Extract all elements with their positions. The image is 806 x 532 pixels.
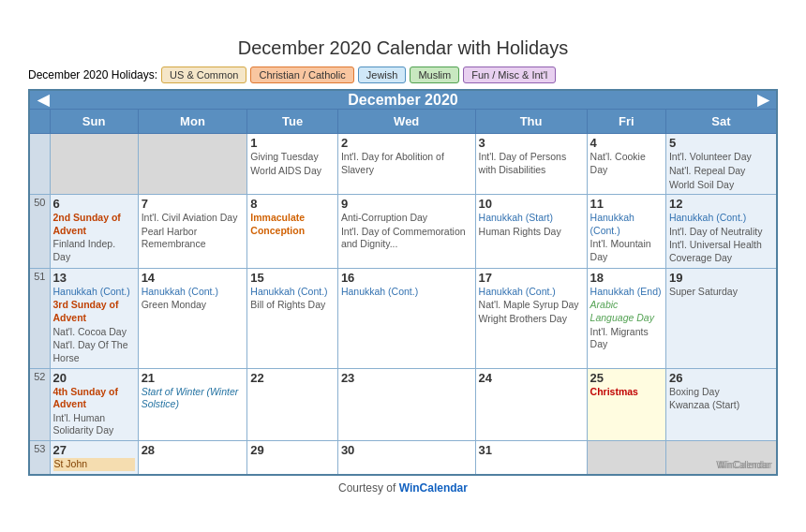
day-cell-14: 14 Hanukkah (Cont.) Green Monday: [138, 268, 247, 368]
day-cell-9: 9 Anti-Corruption Day Int'l. Day of Comm…: [337, 195, 475, 269]
week-num-header: [29, 110, 50, 134]
day-cell-1: 1 Giving Tuesday World AIDS Day: [247, 134, 338, 195]
day-cell-12: 12 Hanukkah (Cont.) Int'l. Day of Neutra…: [665, 195, 777, 269]
day-cell-8: 8 Immaculate Conception: [247, 195, 338, 269]
week-53: 53: [29, 441, 50, 475]
next-month-button[interactable]: ▶: [750, 91, 776, 109]
day-cell-27: 27 St John: [50, 441, 138, 475]
day-cell-26: 26 Boxing Day Kwanzaa (Start): [665, 368, 777, 441]
page-title: December 2020 Calendar with Holidays: [28, 37, 778, 59]
day-cell-20: 20 4th Sunday of Advent Int'l. Human Sol…: [50, 368, 138, 441]
day-cell-28: 28: [138, 441, 247, 475]
week-52: 52: [29, 368, 50, 441]
day-cell-11: 11 Hanukkah (Cont.) Int'l. Mountain Day: [587, 195, 665, 269]
wincalendar-link[interactable]: WinCalendar: [399, 481, 468, 495]
day-cell-24: 24: [475, 368, 587, 441]
day-cell-15: 15 Hanukkah (Cont.) Bill of Rights Day: [247, 268, 338, 368]
day-cell-6: 6 2nd Sunday of Advent Finland Indep. Da…: [50, 195, 138, 269]
prev-month-button[interactable]: ◀: [30, 91, 56, 109]
week-51: 51: [29, 268, 50, 368]
badge-christian[interactable]: Christian / Catholic: [250, 66, 353, 83]
calendar-header: ◀ December 2020 ▶: [30, 91, 776, 109]
day-cell-19: 19 Super Saturday: [665, 268, 777, 368]
day-cell-21: 21 Start of Winter (Winter Solstice): [138, 368, 247, 441]
week-num-cell: [29, 134, 50, 195]
day-cell-18: 18 Hanukkah (End) Arabic Language Day In…: [587, 268, 665, 368]
day-cell-31: 31: [475, 441, 587, 475]
day-cell-17: 17 Hanukkah (Cont.) Nat'l. Maple Syrup D…: [475, 268, 587, 368]
badge-muslim[interactable]: Muslim: [410, 66, 459, 83]
day-cell-empty-fri2: [587, 441, 665, 475]
day-cell-7: 7 Int'l. Civil Aviation Day Pearl Harbor…: [138, 195, 247, 269]
day-cell-empty-sat2: WinCalendar WinCalendar: [665, 441, 777, 475]
day-cell-empty-mon: [138, 134, 247, 195]
day-cell-empty-sun: [50, 134, 138, 195]
holidays-label: December 2020 Holidays:: [28, 68, 157, 81]
day-cell-2: 2 Int'l. Day for Abolition of Slavery: [337, 134, 475, 195]
dow-sat: Sat: [665, 110, 777, 134]
month-year-label: December 2020: [348, 92, 457, 109]
dow-thu: Thu: [475, 110, 587, 134]
day-cell-22: 22: [247, 368, 338, 441]
day-cell-16: 16 Hanukkah (Cont.): [337, 268, 475, 368]
week-50: 50: [29, 195, 50, 269]
day-cell-30: 30: [337, 441, 475, 475]
day-cell-25: 25 Christmas: [587, 368, 665, 441]
day-cell-10: 10 Hanukkah (Start) Human Rights Day: [475, 195, 587, 269]
day-cell-4: 4 Nat'l. Cookie Day: [587, 134, 665, 195]
day-cell-5: 5 Int'l. Volunteer Day Nat'l. Repeal Day…: [665, 134, 777, 195]
day-cell-13: 13 Hanukkah (Cont.) 3rd Sunday of Advent…: [50, 268, 138, 368]
day-cell-23: 23: [337, 368, 475, 441]
day-cell-29: 29: [247, 441, 338, 475]
badge-us-common[interactable]: US & Common: [161, 66, 246, 83]
dow-sun: Sun: [50, 110, 138, 134]
dow-wed: Wed: [337, 110, 475, 134]
dow-mon: Mon: [138, 110, 247, 134]
dow-fri: Fri: [587, 110, 665, 134]
badge-fun[interactable]: Fun / Misc & Int'l: [463, 66, 556, 83]
day-cell-3: 3 Int'l. Day of Persons with Disabilitie…: [475, 134, 587, 195]
badge-jewish[interactable]: Jewish: [358, 66, 407, 83]
dow-tue: Tue: [247, 110, 338, 134]
footer: Courtesy of WinCalendar: [28, 481, 778, 495]
